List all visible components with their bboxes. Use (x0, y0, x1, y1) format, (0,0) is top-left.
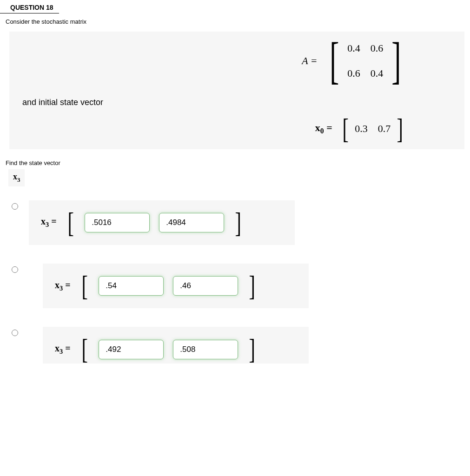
option-a-value1: .5016 (85, 213, 150, 232)
left-bracket-icon: [ (67, 212, 73, 234)
right-bracket-icon: ] (249, 275, 255, 297)
matrix-a: [ 0.4 0.6 0.6 0.4 ] (326, 41, 405, 81)
option-a-label: x3 = (41, 216, 57, 229)
option-b-label: x3 = (55, 280, 71, 292)
option-b-answer: x3 = [ .54 .46 ] (43, 264, 309, 308)
matrix-a-r1c2: 0.6 (371, 42, 384, 54)
option-a-answer: x3 = [ .5016 .4984 ] (29, 200, 295, 245)
x0-label: x0 = (315, 122, 332, 135)
right-bracket-icon: ] (235, 212, 241, 234)
option-row-b: x3 = [ .54 .46 ] (9, 264, 470, 308)
right-bracket-icon: ] (392, 41, 401, 81)
right-bracket-icon: ] (249, 338, 255, 360)
option-b-radio[interactable] (12, 266, 18, 273)
option-c-value1: .492 (99, 340, 164, 359)
initial-state-text: and initial state vector (22, 98, 451, 107)
x0-vector: [ 0.3 0.7 ] (341, 118, 405, 140)
matrix-a-label: A = (302, 55, 317, 67)
find-text: Find the state vector (0, 155, 470, 166)
x0-v1: 0.3 (355, 123, 368, 135)
option-c-radio[interactable] (12, 330, 18, 336)
option-row-c: x3 = [ .492 .508 ] (9, 327, 470, 363)
option-b-value1: .54 (99, 276, 164, 296)
left-bracket-icon: [ (342, 118, 348, 140)
option-b-value2: .46 (173, 276, 238, 296)
right-bracket-icon: ] (397, 118, 403, 140)
matrix-a-r2c1: 0.6 (347, 67, 360, 79)
left-bracket-icon: [ (81, 275, 87, 297)
x0-v2: 0.7 (378, 123, 391, 135)
matrix-a-block: A = [ 0.4 0.6 0.6 0.4 ] and initial stat… (9, 32, 464, 149)
prompt-text: Consider the stochastic matrix (0, 16, 470, 32)
option-a-value2: .4984 (159, 213, 224, 232)
option-c-label: x3 = (55, 343, 71, 356)
option-row-a: x3 = [ .5016 .4984 ] (9, 200, 470, 245)
left-bracket-icon: [ (81, 338, 87, 360)
option-c-value2: .508 (173, 340, 238, 359)
question-header: QUESTION 18 (0, 0, 59, 13)
option-c-answer: x3 = [ .492 .508 ] (43, 327, 309, 363)
left-bracket-icon: [ (330, 41, 339, 81)
matrix-a-r2c2: 0.4 (371, 67, 384, 79)
option-a-radio[interactable] (12, 203, 18, 210)
x3-symbol: x3 (8, 169, 25, 186)
matrix-a-r1c1: 0.4 (347, 42, 360, 54)
